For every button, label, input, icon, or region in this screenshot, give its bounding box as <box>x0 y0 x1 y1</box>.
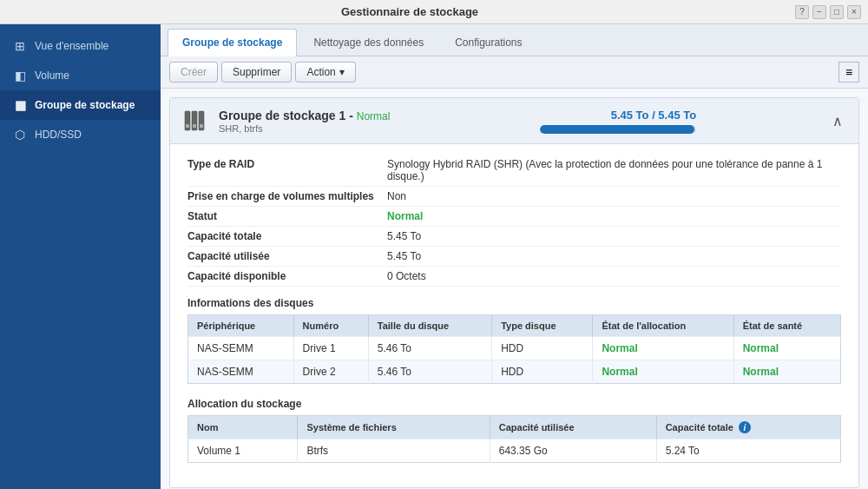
tab-groupe-stockage[interactable]: Groupe de stockage <box>168 29 297 56</box>
app-title: Gestionnaire de stockage <box>24 5 795 18</box>
capacity-display: 5.45 To / 5.45 To <box>611 109 697 122</box>
action-button[interactable]: Action ▾ <box>295 62 355 83</box>
detail-row-used-capacity: Capacité utilisée 5.45 To <box>187 247 841 267</box>
svg-rect-5 <box>200 124 203 128</box>
storage-group-card: Groupe de stockage 1 - Normal SHR, btrfs… <box>169 97 859 488</box>
disk-device: NAS-SEMM <box>188 337 294 360</box>
alloc-col-used: Capacité utilisée <box>490 416 656 439</box>
col-device: Périphérique <box>188 315 294 337</box>
detail-row-total-capacity: Capacité totale 5.45 To <box>187 227 841 247</box>
main-content: Groupe de stockage 1 - Normal SHR, btrfs… <box>161 89 868 489</box>
restore-button[interactable]: □ <box>830 5 844 19</box>
col-disk-type: Type disque <box>492 315 593 337</box>
detail-row-status: Statut Normal <box>187 207 841 227</box>
storage-card-header-left: Groupe de stockage 1 - Normal SHR, btrfs <box>182 107 390 135</box>
disk-info-table: Périphérique Numéro Taille du disque Typ… <box>187 314 841 384</box>
col-disk-size: Taille du disque <box>368 315 491 337</box>
hdd-ssd-icon: ⬡ <box>12 128 28 142</box>
disk-array-svg <box>184 109 208 133</box>
disk-info-heading: Informations des disques <box>187 297 841 309</box>
alloc-name: Volume 1 <box>188 439 298 463</box>
disk-table-row: NAS-SEMM Drive 1 5.46 To HDD Normal Norm… <box>188 337 841 360</box>
col-number: Numéro <box>293 315 368 337</box>
allocation-heading: Allocation du stockage <box>187 398 841 410</box>
toolbar: Créer Supprimer Action ▾ ≡ <box>161 56 868 89</box>
svg-rect-3 <box>186 124 189 128</box>
disk-health: Normal <box>733 360 840 384</box>
delete-button[interactable]: Supprimer <box>221 62 292 83</box>
tab-configurations[interactable]: Configurations <box>440 29 536 56</box>
toolbar-left: Créer Supprimer Action ▾ <box>169 62 356 83</box>
status-value: Normal <box>387 210 841 222</box>
close-button[interactable]: × <box>847 5 861 19</box>
sidebar-item-vue-ensemble[interactable]: ⊞ Vue d'ensemble <box>0 31 161 61</box>
progress-bar-fill <box>540 125 694 134</box>
disk-type: HDD <box>492 360 593 384</box>
detail-row-multi-volume: Prise en charge de volumes multiples Non <box>187 187 841 207</box>
info-icon[interactable]: i <box>739 421 751 433</box>
disk-allocation: Normal <box>593 337 733 360</box>
volume-icon: ◧ <box>12 69 28 83</box>
storage-title-block: Groupe de stockage 1 - Normal SHR, btrfs <box>219 109 390 134</box>
col-allocation-state: État de l'allocation <box>593 315 733 337</box>
disk-table-row: NAS-SEMM Drive 2 5.46 To HDD Normal Norm… <box>188 360 841 384</box>
storage-group-name: Groupe de stockage 1 - Normal <box>219 109 390 122</box>
detail-row-available-capacity: Capacité disponible 0 Octets <box>187 267 841 287</box>
svg-rect-4 <box>193 124 196 128</box>
sidebar-item-volume[interactable]: ◧ Volume <box>0 61 161 90</box>
alloc-col-fs: Système de fichiers <box>298 416 490 439</box>
app-body: ⊞ Vue d'ensemble ◧ Volume ▦ Groupe de st… <box>0 24 868 489</box>
content-area: Groupe de stockage Nettoyage des données… <box>161 24 868 489</box>
disk-allocation: Normal <box>593 360 733 384</box>
detail-row-raid-type: Type de RAID Synology Hybrid RAID (SHR) … <box>187 155 841 187</box>
disk-size: 5.46 To <box>368 337 491 360</box>
alloc-fs: Btrfs <box>298 439 490 463</box>
tab-bar: Groupe de stockage Nettoyage des données… <box>161 24 868 56</box>
sidebar-item-label-vue-ensemble: Vue d'ensemble <box>35 40 108 52</box>
sidebar-item-hdd-ssd[interactable]: ⬡ HDD/SSD <box>0 120 161 149</box>
disk-number: Drive 1 <box>293 337 368 360</box>
allocation-table-header-row: Nom Système de fichiers Capacité utilisé… <box>188 416 841 439</box>
storage-group-icon <box>182 107 210 135</box>
disk-size: 5.46 To <box>368 360 491 384</box>
minimize-button[interactable]: − <box>812 5 826 19</box>
alloc-col-name: Nom <box>188 416 298 439</box>
action-dropdown-arrow: ▾ <box>339 66 345 78</box>
collapse-button[interactable]: ∧ <box>829 113 846 129</box>
title-bar: Gestionnaire de stockage ? − □ × <box>0 0 868 24</box>
sidebar: ⊞ Vue d'ensemble ◧ Volume ▦ Groupe de st… <box>0 24 161 489</box>
toolbar-right: ≡ <box>838 62 859 83</box>
sidebar-item-label-volume: Volume <box>35 69 69 82</box>
storage-card-header: Groupe de stockage 1 - Normal SHR, btrfs… <box>170 98 858 144</box>
tab-nettoyage[interactable]: Nettoyage des données <box>299 29 438 56</box>
disk-type: HDD <box>492 337 593 360</box>
sidebar-item-groupe-stockage[interactable]: ▦ Groupe de stockage <box>0 90 161 120</box>
disk-number: Drive 2 <box>293 360 368 384</box>
alloc-table-row: Volume 1 Btrfs 643.35 Go 5.24 To <box>188 439 841 463</box>
alloc-used: 643.35 Go <box>490 439 656 463</box>
vue-ensemble-icon: ⊞ <box>12 39 28 53</box>
view-toggle-button[interactable]: ≡ <box>838 62 859 83</box>
help-button[interactable]: ? <box>795 5 809 19</box>
groupe-stockage-icon: ▦ <box>12 98 28 112</box>
title-bar-controls: ? − □ × <box>795 5 861 19</box>
capacity-progress-bar <box>540 125 696 134</box>
storage-details: Type de RAID Synology Hybrid RAID (SHR) … <box>170 144 858 487</box>
storage-status-badge: Normal <box>357 110 391 122</box>
disk-table-header-row: Périphérique Numéro Taille du disque Typ… <box>188 315 841 337</box>
disk-health: Normal <box>733 337 840 360</box>
sidebar-item-label-hdd-ssd: HDD/SSD <box>35 129 82 141</box>
storage-subtitle: SHR, btrfs <box>219 123 390 134</box>
alloc-total: 5.24 To <box>656 439 840 463</box>
storage-card-header-right: 5.45 To / 5.45 To <box>523 109 696 134</box>
sidebar-item-label-groupe-stockage: Groupe de stockage <box>35 99 135 111</box>
create-button[interactable]: Créer <box>169 62 218 83</box>
alloc-col-total: Capacité totale i <box>656 416 840 439</box>
allocation-table: Nom Système de fichiers Capacité utilisé… <box>187 415 841 463</box>
disk-device: NAS-SEMM <box>188 360 294 384</box>
col-health-state: État de santé <box>733 315 840 337</box>
